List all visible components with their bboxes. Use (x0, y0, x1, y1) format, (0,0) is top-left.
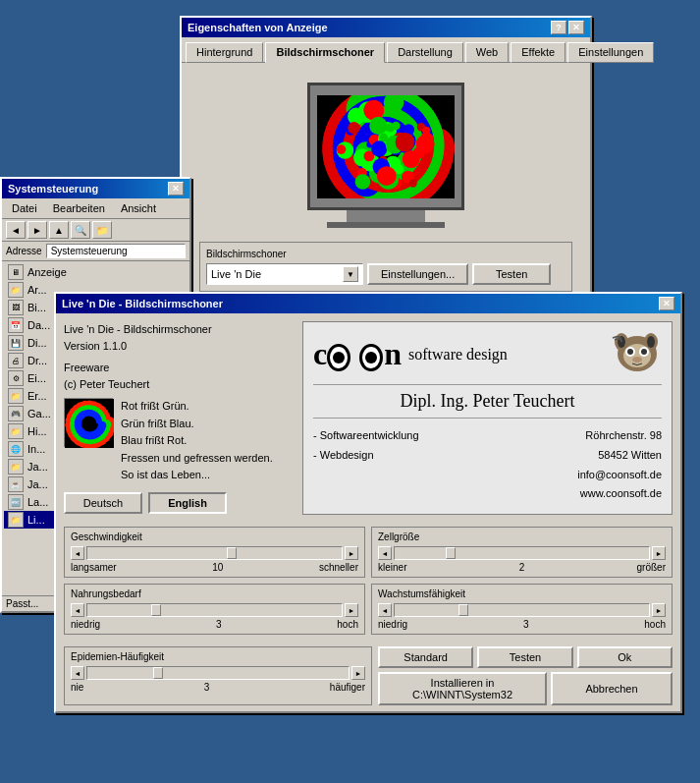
zellgroesse-thumb[interactable] (446, 547, 456, 559)
testen-button[interactable]: Testen (477, 646, 572, 668)
nahrungsbedarf-bar[interactable] (86, 603, 343, 617)
spiral-preview (317, 95, 455, 198)
contact-right: Röhrchenstr. 98 58452 Witten info@coonso… (577, 426, 662, 504)
schoner-dropdown[interactable]: Live 'n Die ▼ (206, 263, 363, 285)
wachstum-left-arrow[interactable]: ◄ (378, 603, 392, 617)
geschwindigkeit-right-arrow[interactable]: ► (345, 546, 358, 560)
tab-web[interactable]: Web (465, 42, 509, 63)
zellgroesse-track: ◄ ► (378, 546, 666, 560)
anim-line3: Blau frißt Rot. (121, 432, 273, 450)
close-button[interactable]: ✕ (568, 21, 584, 34)
list-item-anzeige[interactable]: 🖥 Anzeige (4, 263, 188, 281)
epidemien-right-label: häufiger (330, 682, 365, 693)
zellgroesse-bar[interactable] (394, 546, 650, 560)
wachstum-bar[interactable] (394, 603, 650, 617)
divider2 (313, 418, 662, 419)
geschwindigkeit-value: 10 (212, 562, 223, 573)
epidemien-right-arrow[interactable]: ► (351, 666, 365, 680)
wachstum-right-arrow[interactable]: ► (652, 603, 666, 617)
tab-bildschirmschoner[interactable]: Bildschirmschoner (265, 42, 385, 63)
email: info@coonsoft.de (577, 466, 662, 485)
epidemien-thumb[interactable] (153, 667, 163, 679)
btns-row2: Installieren in C:\WINNT\System32 Abbrec… (378, 672, 673, 705)
wachstum-left-label: niedrig (378, 619, 407, 630)
nahrungsbedarf-right-arrow[interactable]: ► (345, 603, 358, 617)
hi-label: Hi... (27, 425, 47, 437)
test-button[interactable]: Testen (472, 263, 551, 285)
back-btn[interactable]: ◄ (6, 221, 26, 239)
livndie-close[interactable]: ✕ (659, 297, 674, 310)
bi-icon: 🖼 (8, 300, 24, 315)
address-label: Adresse (6, 246, 42, 256)
display-props-titlebar: Eigenschaften von Anzeige ? ✕ (182, 18, 590, 37)
geschwindigkeit-left-arrow[interactable]: ◄ (71, 546, 84, 560)
tab-hintergrund[interactable]: Hintergrund (186, 42, 263, 63)
web: www.coonsoft.de (577, 484, 662, 504)
geschwindigkeit-title: Geschwindigkeit (71, 531, 358, 542)
zellgroesse-left-arrow[interactable]: ◄ (378, 546, 392, 560)
syscontrol-close[interactable]: ✕ (168, 182, 184, 196)
menu-datei[interactable]: Datei (6, 200, 43, 216)
search-btn[interactable]: 🔍 (71, 221, 90, 239)
nahrungsbedarf-left-label: niedrig (71, 619, 100, 630)
ok-button[interactable]: Ok (577, 646, 673, 668)
epidemien-bar[interactable] (86, 666, 350, 680)
nahrungsbedarf-right-label: hoch (337, 619, 358, 630)
schoner-section: Bildschirmschoner Live 'n Die ▼ Einstell… (199, 242, 572, 292)
install-button[interactable]: Installieren in C:\WINNT\System32 (378, 672, 547, 705)
tab-einstellungen[interactable]: Einstellungen (567, 42, 654, 63)
menu-ansicht[interactable]: Ansicht (115, 200, 162, 216)
zellgroesse-labels: kleiner 2 größer (378, 562, 666, 573)
epidemien-left-arrow[interactable]: ◄ (71, 666, 84, 680)
nahrungsbedarf-thumb[interactable] (151, 604, 161, 616)
forward-btn[interactable]: ► (27, 221, 47, 239)
deutsch-button[interactable]: Deutsch (64, 492, 142, 514)
info-line4: Freeware (64, 360, 295, 376)
ei-icon: ⚙ (8, 370, 24, 386)
epidemien-title: Epidemien-Häufigkeit (71, 651, 365, 662)
nahrungsbedarf-labels: niedrig 3 hoch (71, 619, 358, 630)
folder-btn[interactable]: 📁 (92, 221, 112, 239)
raccoon-svg (608, 332, 662, 376)
da-icon: 📅 (8, 317, 24, 333)
li-label: Li... (27, 514, 45, 526)
english-button[interactable]: English (148, 492, 227, 514)
zellgroesse-title: Zellgröße (378, 531, 666, 542)
up-btn[interactable]: ▲ (49, 221, 69, 239)
divider (313, 384, 662, 385)
display-props-title: Eigenschaften von Anzeige (188, 22, 328, 33)
livndie-left-panel: Live 'n Die - Bildschirmschoner Version … (64, 321, 295, 515)
schoner-row: Live 'n Die ▼ Einstellungen... Testen (206, 263, 565, 285)
livndie-title: Live 'n Die - Bildschirmschoner (62, 298, 223, 309)
ga-icon: 🎮 (8, 406, 24, 421)
ga-label: Ga... (27, 408, 51, 419)
tab-effekte[interactable]: Effekte (511, 42, 565, 63)
zellgroesse-group: Zellgröße ◄ ► kleiner 2 größer (371, 527, 673, 578)
wachstum-track: ◄ ► (378, 603, 666, 617)
wachstum-group: Wachstumsfähigkeit ◄ ► niedrig 3 hoch (371, 584, 673, 635)
geschwindigkeit-bar[interactable] (86, 546, 343, 560)
abbrechen-button[interactable]: Abbrechen (551, 672, 673, 705)
dr-label: Dr... (27, 355, 47, 366)
wachstum-thumb[interactable] (458, 604, 468, 616)
dropdown-arrow[interactable]: ▼ (343, 266, 358, 282)
monitor-container (191, 73, 580, 238)
svg-point-10 (632, 357, 642, 363)
zellgroesse-right-arrow[interactable]: ► (652, 546, 666, 560)
contact-row: - Softwareentwicklung - Webdesign Röhrch… (313, 426, 662, 504)
help-button[interactable]: ? (551, 21, 566, 34)
tab-darstellung[interactable]: Darstellung (387, 42, 463, 63)
menu-bearbeiten[interactable]: Bearbeiten (47, 200, 111, 216)
nahrungsbedarf-value: 3 (216, 619, 222, 630)
nahrungsbedarf-title: Nahrungsbedarf (71, 588, 358, 599)
svg-point-9 (641, 349, 647, 355)
anim-text: Rot frißt Grün. Grün frißt Blau. Blau fr… (121, 398, 273, 484)
btns-row1: Standard Testen Ok (378, 646, 673, 668)
geschwindigkeit-thumb[interactable] (227, 547, 237, 559)
address1: Röhrchenstr. 98 (577, 426, 662, 446)
status-text: Passt... (6, 598, 38, 609)
nahrungsbedarf-left-arrow[interactable]: ◄ (71, 603, 84, 617)
standard-button[interactable]: Standard (378, 646, 473, 668)
settings-button[interactable]: Einstellungen... (367, 263, 468, 285)
in-label: In... (27, 443, 45, 455)
